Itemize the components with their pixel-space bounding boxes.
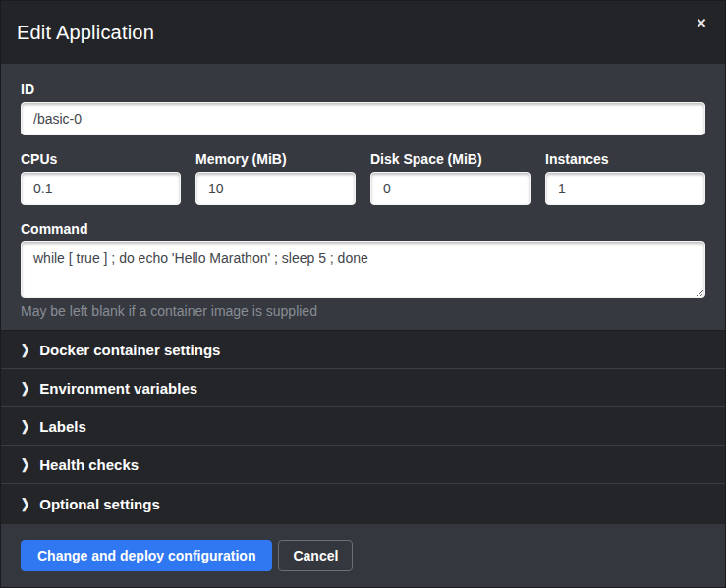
section-labels[interactable]: ❯ Labels [1, 407, 725, 446]
resources-row: CPUs Memory (MiB) Disk Space (MiB) Insta… [21, 151, 705, 205]
disk-label: Disk Space (MiB) [370, 151, 531, 167]
chevron-right-icon: ❯ [21, 498, 29, 511]
cpus-input[interactable] [21, 172, 181, 205]
section-health-checks[interactable]: ❯ Health checks [1, 446, 725, 484]
disk-input[interactable] [370, 172, 531, 205]
command-label: Command [21, 221, 705, 237]
command-field-group: Command while [ true ] ; do echo 'Hello … [21, 221, 705, 319]
section-label: Optional settings [39, 496, 160, 512]
change-and-deploy-button[interactable]: Change and deploy configuration [21, 540, 272, 571]
collapsible-sections: ❯ Docker container settings ❯ Environmen… [1, 330, 725, 524]
application-form: ID CPUs Memory (MiB) Disk Space (MiB) In… [1, 64, 725, 330]
section-environment-variables[interactable]: ❯ Environment variables [1, 369, 725, 407]
section-label: Labels [39, 418, 86, 435]
section-docker-container-settings[interactable]: ❯ Docker container settings [1, 331, 725, 369]
id-input[interactable] [21, 102, 705, 135]
section-label: Docker container settings [39, 342, 220, 358]
memory-field-group: Memory (MiB) [195, 151, 356, 205]
chevron-right-icon: ❯ [21, 419, 29, 433]
close-icon[interactable]: ✕ [692, 14, 711, 33]
cpus-label: CPUs [21, 151, 181, 167]
modal-footer: Change and deploy configuration Cancel [1, 524, 725, 587]
id-field-group: ID [21, 81, 705, 135]
chevron-right-icon: ❯ [21, 343, 29, 356]
memory-input[interactable] [195, 172, 356, 205]
command-help-text: May be left blank if a container image i… [21, 303, 705, 319]
chevron-right-icon: ❯ [21, 381, 29, 395]
instances-label: Instances [545, 151, 705, 167]
command-textarea[interactable]: while [ true ] ; do echo 'Hello Marathon… [21, 241, 705, 298]
memory-label: Memory (MiB) [195, 151, 356, 167]
cancel-button[interactable]: Cancel [278, 540, 353, 571]
modal-header: Edit Application ✕ [1, 1, 725, 64]
id-label: ID [21, 81, 705, 97]
section-optional-settings[interactable]: ❯ Optional settings [1, 484, 725, 524]
section-label: Health checks [39, 456, 139, 473]
modal-title: Edit Application [17, 22, 154, 44]
chevron-right-icon: ❯ [21, 457, 29, 471]
cpus-field-group: CPUs [21, 151, 181, 205]
instances-input[interactable] [545, 172, 705, 205]
disk-field-group: Disk Space (MiB) [370, 151, 531, 205]
edit-application-modal: Edit Application ✕ ID CPUs Memory (MiB) … [0, 0, 726, 588]
section-label: Environment variables [39, 380, 197, 397]
instances-field-group: Instances [545, 151, 705, 205]
